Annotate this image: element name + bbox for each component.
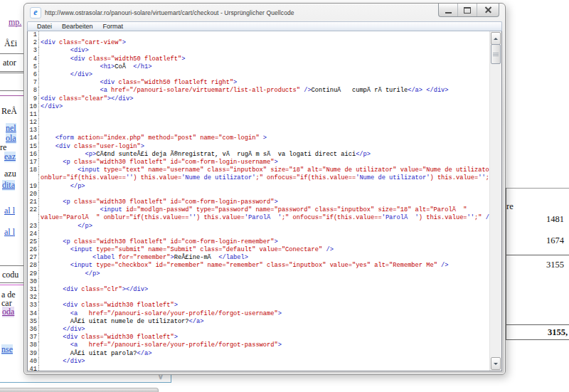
code-text: <div class="width30 floatleft">	[39, 302, 178, 309]
line-number: 20	[28, 191, 39, 198]
code-text: <p class="width30 floatleft" id="com-for…	[39, 238, 278, 246]
line-number: 36	[28, 326, 39, 334]
code-text: onblur="if(this.value=='') this.value='N…	[39, 174, 490, 182]
code-text: <div class="width30 floatleft">	[39, 334, 178, 341]
code-row: 13	[28, 127, 490, 134]
line-number: 11	[28, 111, 39, 119]
code-row: 6 </div>	[28, 71, 490, 79]
code-row: 29 </p>	[28, 270, 490, 278]
code-text: </div>	[39, 103, 63, 111]
arrow-down-icon	[494, 363, 498, 367]
line-number: 41	[28, 366, 39, 371]
code-row: 32	[28, 294, 490, 302]
scrollbar-thumb[interactable]	[491, 44, 501, 64]
line-number: 29	[28, 270, 39, 278]
close-button[interactable]	[477, 4, 499, 16]
vertical-scrollbar[interactable]	[489, 31, 501, 371]
bg-link-fragment[interactable]: ola	[6, 133, 16, 144]
code-text	[39, 119, 41, 127]
code-text: <div class="cart-view">	[39, 39, 126, 47]
line-number: 38	[28, 341, 39, 349]
line-number: 16	[28, 151, 39, 159]
code-row: 1	[28, 31, 490, 39]
code-text: value="ParolÄ " onblur="if(this.value=='…	[39, 214, 490, 222]
code-row: 26 <input type="submit" name="Submit" cl…	[28, 246, 490, 254]
title-bar[interactable]: e http://www.ostrasolar.ro/panouri-solar…	[24, 4, 505, 21]
menu-item-format[interactable]: Format	[98, 23, 129, 30]
code-row: 2<div class="cart-view">	[28, 39, 490, 47]
line-number	[28, 174, 39, 182]
grip-icon	[493, 53, 499, 56]
line-number: 30	[28, 278, 39, 286]
bg-link-fragment[interactable]: al l	[4, 227, 15, 238]
line-number: 4	[28, 55, 39, 63]
code-text	[39, 231, 41, 238]
table-line	[506, 339, 569, 340]
code-row: 41	[28, 366, 490, 371]
code-text: <input id="modlgn-passwd" type="password…	[39, 206, 467, 214]
bg-link-fragment[interactable]: dita	[2, 180, 15, 191]
code-text: </p>	[39, 270, 100, 278]
bg-text-fragment: ator	[3, 58, 16, 68]
code-row: 35 AÅ£i uitat numele de utilizator?</a>	[28, 318, 490, 326]
arrow-up-icon	[494, 36, 498, 40]
code-text: AÅ£i uitat parola?</a>	[39, 350, 151, 358]
code-text: <a href="/panouri-solare/virtuemart/list…	[39, 87, 449, 95]
code-text: <div class="clear"></div>	[39, 95, 133, 103]
bg-text-fragment: Å£i	[4, 38, 17, 49]
line-number: 23	[28, 223, 39, 231]
screen: { "window": { "title": "http://www.ostra…	[0, 0, 569, 392]
line-number: 7	[28, 79, 39, 87]
bg-link-fragment[interactable]: oda	[2, 307, 14, 317]
code-row: 25 <p class="width30 floatleft" id="com-…	[28, 238, 490, 246]
line-number: 32	[28, 294, 39, 302]
scroll-up-button[interactable]	[491, 32, 501, 45]
maximize-icon	[464, 7, 471, 14]
line-number: 12	[28, 119, 39, 127]
code-text: <label for="remember">ReÅ£ine-mÄ </label…	[39, 254, 248, 262]
code-text	[39, 31, 41, 39]
code-row: 18 <input type="text" name="username" cl…	[28, 166, 490, 174]
code-text: <div class="width50 floatleft right">	[39, 79, 237, 87]
line-number: 14	[28, 134, 39, 142]
code-text	[39, 127, 41, 134]
minimize-button[interactable]	[439, 4, 457, 16]
source-viewer-window: e http://www.ostrasolar.ro/panouri-solar…	[23, 3, 506, 375]
code-row: 33 <div class="width30 floatleft">	[28, 302, 490, 309]
line-number: 25	[28, 238, 39, 246]
line-number: 17	[28, 159, 39, 166]
code-text: <a href="/panouri-solare/your-profile/fo…	[39, 341, 282, 349]
line-number: 39	[28, 350, 39, 358]
code-row: 20	[28, 191, 490, 198]
code-row: 16 <p>CÄ¢nd sunteÅ£i deja Ã®nregistrat, …	[28, 151, 490, 159]
scroll-down-button[interactable]	[491, 357, 501, 370]
bg-link-fragment[interactable]: al l	[4, 206, 15, 216]
bg-link-fragment[interactable]: mp.	[9, 17, 21, 28]
bg-link-fragment[interactable]: eaz	[4, 152, 16, 162]
code-row: 28 <input type="checkbox" id="remember" …	[28, 262, 490, 270]
line-number: 2	[28, 39, 39, 47]
line-number: 31	[28, 286, 39, 294]
code-text: <form action="index.php" method="post" n…	[39, 134, 267, 142]
code-row: 27 <label for="remember">ReÅ£ine-mÄ </la…	[28, 254, 490, 262]
code-row: 7 <div class="width50 floatleft right">	[28, 79, 490, 87]
code-row: 23 </p>	[28, 223, 490, 231]
code-row: 40 </div>	[28, 358, 490, 366]
code-text: </div>	[39, 358, 85, 366]
bg-text-fragment: ReÅ	[1, 106, 17, 117]
line-number: 27	[28, 254, 39, 262]
code-text: </div>	[39, 326, 85, 334]
line-number: 6	[28, 71, 39, 79]
menu-item-bearbeiten[interactable]: Bearbeiten	[57, 23, 98, 30]
maximize-button[interactable]	[457, 4, 477, 16]
code-row: 22 <input id="modlgn-passwd" type="passw…	[28, 206, 490, 214]
minimize-icon	[445, 12, 452, 14]
line-number: 9	[28, 95, 39, 103]
code-text: </p>	[39, 223, 92, 231]
code-row: 10</div>	[28, 103, 490, 111]
bg-link-fragment[interactable]: nel	[6, 123, 16, 134]
code-text: <input type="checkbox" id="remember" nam…	[39, 262, 449, 270]
code-text	[39, 278, 41, 286]
password-input-fragment[interactable]	[0, 73, 24, 91]
menu-item-datei[interactable]: Datei	[32, 23, 57, 30]
